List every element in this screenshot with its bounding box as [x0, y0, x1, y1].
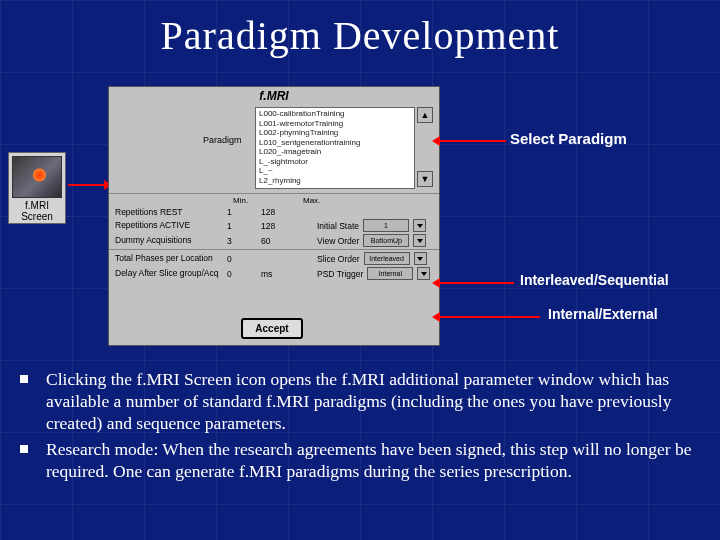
list-item[interactable]: L_~ [259, 166, 411, 176]
label-internal: Internal/External [548, 306, 658, 322]
initial-state-chip[interactable]: 1 [363, 219, 409, 232]
view-order-chip[interactable]: BottomUp [363, 234, 409, 247]
arrow-interleaved [440, 282, 514, 284]
rep-rest-max: 128 [261, 207, 307, 217]
chevron-down-icon[interactable] [417, 267, 430, 280]
label-interleaved: Interleaved/Sequential [520, 272, 669, 288]
list-item[interactable]: L2_rhyming [259, 176, 411, 186]
thumbnail-caption: f.MRI Screen [9, 200, 65, 222]
bullet-2: Research mode: When the research agreeme… [46, 438, 700, 482]
label-select-paradigm: Select Paradigm [510, 130, 627, 147]
rep-rest-min: 1 [227, 207, 261, 217]
slice-order-chip[interactable]: Interleaved [364, 252, 410, 265]
dummy-label: Dummy Acquisitions [115, 236, 227, 245]
accept-button[interactable]: Accept [241, 318, 303, 339]
dialog-title: f.MRI [109, 87, 439, 103]
psd-trigger-chip[interactable]: Internal [367, 267, 413, 280]
paradigm-listbox[interactable]: L000-calibrationTraining L001-wiremotorT… [255, 107, 415, 189]
fmri-screen-thumbnail[interactable]: f.MRI Screen [8, 152, 66, 224]
rep-active-label: Repetitions ACTIVE [115, 221, 227, 230]
rep-rest-label: Repetitions REST [115, 208, 227, 217]
scroll-down-icon[interactable]: ▼ [417, 171, 433, 187]
list-item[interactable]: L_-sightmotor [259, 157, 411, 167]
chevron-down-icon[interactable] [413, 234, 426, 247]
arrow-from-thumbnail [68, 184, 104, 186]
list-item[interactable]: L001-wiremotorTraining [259, 119, 411, 129]
list-item[interactable]: L010_sentgenerationtraining [259, 138, 411, 148]
list-item[interactable]: L000-calibrationTraining [259, 109, 411, 119]
arrow-internal [440, 316, 540, 318]
col-min: Min. [233, 196, 303, 205]
arrow-select-paradigm [440, 140, 506, 142]
col-max: Max. [303, 196, 349, 205]
chevron-down-icon[interactable] [414, 252, 427, 265]
phases-label: Total Phases per Location [115, 254, 227, 263]
chevron-down-icon[interactable] [413, 219, 426, 232]
scroll-up-icon[interactable]: ▲ [417, 107, 433, 123]
fmri-parameter-window: f.MRI Paradigm L000-calibrationTraining … [108, 86, 440, 346]
delay-label: Delay After Slice group/Acq [115, 269, 227, 278]
paradigm-label: Paradigm [203, 107, 255, 145]
slide-title: Paradigm Development [0, 12, 720, 59]
list-item[interactable]: L002-phymingTraining [259, 128, 411, 138]
bullet-1: Clicking the f.MRI Screen icon opens the… [46, 368, 700, 434]
list-item[interactable]: L020_-imagetrain [259, 147, 411, 157]
body-text: Clicking the f.MRI Screen icon opens the… [20, 368, 700, 486]
brain-icon [12, 156, 62, 198]
